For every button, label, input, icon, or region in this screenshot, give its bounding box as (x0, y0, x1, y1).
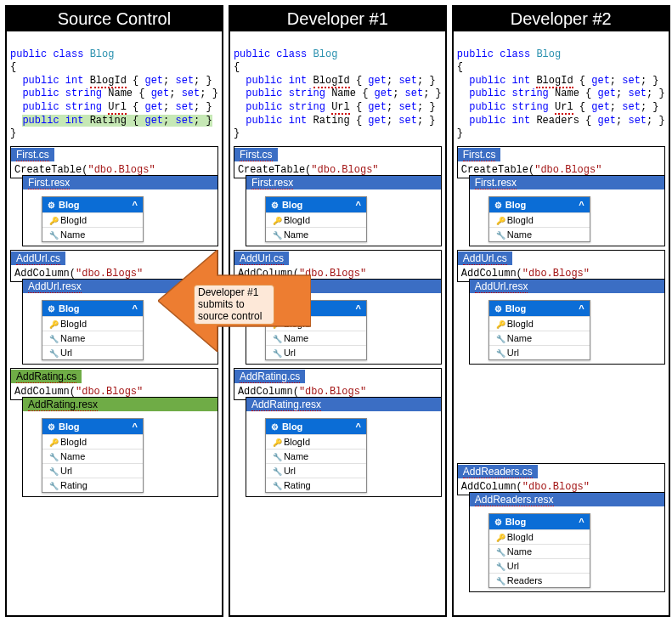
file-first-cs: First.cs CreateTable("dbo.Blogs" (10, 146, 218, 178)
dev2-file-addreaders: AddReaders.cs AddColumn("dbo.Blogs" (457, 463, 665, 495)
dev1-header: Developer #1 (230, 7, 445, 31)
dev1-resx-addrating: AddRating.resx ⚙Blog^ 🔑BlogId 🔧Name 🔧Url… (246, 397, 442, 497)
source-code-block: public class Blog { public int BlogId { … (10, 35, 218, 141)
dev1-file-first: First.cs CreateTable("dbo.Blogs" (234, 146, 442, 178)
dev2-resx-first: First.resx ⚙Blog^ 🔑BlogId 🔧Name (469, 175, 665, 246)
dev2-code-block: public class Blog { public int BlogId { … (457, 35, 665, 141)
dev1-resx-addurl: AddUrl.resx ⚙Blog^ 🔑BlogId 🔧Name 🔧Url (246, 279, 442, 365)
file-addrating-cs: AddRating.cs AddColumn("dbo.Blogs" (10, 368, 218, 400)
dev1-file-addrating: AddRating.cs AddColumn("dbo.Blogs" (234, 368, 442, 400)
entity-blog-addrating: ⚙Blog^ 🔑BlogId 🔧Name 🔧Url 🔧Rating (42, 418, 144, 493)
dev2-body: public class Blog { public int BlogId { … (454, 31, 669, 615)
file-tab-addrating: AddRating.cs (16, 370, 76, 383)
dev2-resx-addreaders: AddReaders.resx ⚙Blog^ 🔑BlogId 🔧Name 🔧Ur… (469, 492, 665, 592)
dev2-column: Developer #2 public class Blog { public … (452, 5, 670, 617)
source-control-column: Source Control public class Blog { publi… (5, 5, 223, 617)
arrow-caption: Developer #1 submits to source control (194, 285, 274, 325)
file-tab-first-cs: First.cs (16, 149, 49, 161)
dev1-code-block: public class Blog { public int BlogId { … (234, 35, 442, 141)
dev1-entity-addrating: ⚙Blog^ 🔑BlogId 🔧Name 🔧Url 🔧Rating (265, 418, 367, 493)
source-control-body: public class Blog { public int BlogId { … (7, 31, 222, 615)
entity-icon: ⚙ (48, 201, 55, 210)
dev1-entity-addurl: ⚙Blog^ 🔑BlogId 🔧Name 🔧Url (265, 300, 367, 360)
dev2-gap (457, 365, 665, 460)
key-icon: 🔑 (49, 217, 59, 225)
dev1-entity-first: ⚙Blog^ 🔑BlogId 🔧Name (265, 196, 367, 242)
source-control-header: Source Control (7, 7, 222, 31)
file-addurl-cs: AddUrl.cs AddColumn("dbo.Blogs" (10, 250, 218, 282)
dev1-file-addurl: AddUrl.cs AddColumn("dbo.Blogs" (234, 250, 442, 282)
entity-blog-addurl: ⚙Blog^ 🔑BlogId 🔧Name 🔧Url (42, 300, 144, 360)
dev1-resx-first: First.resx ⚙Blog^ 🔑BlogId 🔧Name (246, 175, 442, 246)
dev2-entity-addurl: ⚙Blog^ 🔑BlogId 🔧Name 🔧Url (488, 300, 590, 360)
dev2-entity-first: ⚙Blog^ 🔑BlogId 🔧Name (488, 196, 590, 242)
resx-tab-addurl: AddUrl.resx (28, 280, 82, 293)
chevron-icon: ^ (133, 200, 138, 210)
resx-tab-first: First.resx (28, 177, 70, 189)
file-tab-addurl: AddUrl.cs (16, 252, 60, 265)
entity-blog-first: ⚙Blog^ 🔑BlogId 🔧Name (42, 196, 144, 242)
dev2-entity-addreaders: ⚙Blog^ 🔑BlogId 🔧Name 🔧Url 🔧Readers (488, 513, 590, 588)
dev2-file-addurl: AddUrl.cs AddColumn("dbo.Blogs" (457, 250, 665, 282)
resx-first: First.resx ⚙Blog^ 🔑BlogId 🔧Name (22, 175, 218, 246)
dev2-header: Developer #2 (454, 7, 669, 31)
resx-addurl: AddUrl.resx ⚙Blog^ 🔑BlogId 🔧Name 🔧Url (22, 279, 218, 365)
dev2-resx-addurl: AddUrl.resx ⚙Blog^ 🔑BlogId 🔧Name 🔧Url (469, 279, 665, 365)
resx-tab-addrating: AddRating.resx (28, 399, 98, 411)
three-column-layout: Source Control public class Blog { publi… (5, 5, 667, 617)
resx-addrating: AddRating.resx ⚙Blog^ 🔑BlogId 🔧Name 🔧Url… (22, 397, 218, 497)
wrench-icon: 🔧 (49, 231, 59, 240)
dev2-file-first: First.cs CreateTable("dbo.Blogs" (457, 146, 665, 178)
